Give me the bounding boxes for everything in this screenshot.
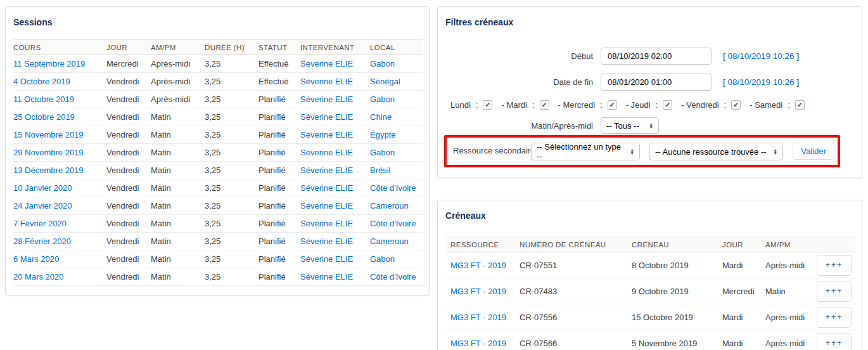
add-creneau-button[interactable]: +++ xyxy=(817,307,852,328)
creneaux-title: Créneaux xyxy=(445,211,486,221)
fin-input[interactable] xyxy=(601,74,712,91)
resource-type-select[interactable]: -- Sélectionnez un type -- ▲▼ xyxy=(531,143,640,160)
session-date-link[interactable]: 7 Février 2020 xyxy=(13,219,67,228)
day-filter: - Mardi : ✓ xyxy=(501,100,549,110)
session-row: 11 Septembre 2019 Mercredi Après-midi 3,… xyxy=(13,55,423,73)
session-duree: 3,25 xyxy=(205,215,258,233)
session-ampm: Après-midi xyxy=(151,91,205,108)
ressource-link[interactable]: MG3 FT - 2019 xyxy=(450,313,506,322)
session-date-link[interactable]: 28 Février 2020 xyxy=(13,237,71,246)
session-date-link[interactable]: 11 Septembre 2019 xyxy=(13,59,85,68)
intervenant-link[interactable]: Séverine ELIE xyxy=(300,254,353,264)
session-date-link[interactable]: 20 Mars 2020 xyxy=(13,272,64,282)
intervenant-link[interactable]: Séverine ELIE xyxy=(300,77,353,86)
session-row: 4 Octobre 2019 Vendredi Après-midi 3,25 … xyxy=(13,73,423,91)
local-link[interactable]: Égypte xyxy=(370,130,395,139)
day-checkbox[interactable]: ✓ xyxy=(483,100,492,110)
add-creneau-button[interactable]: +++ xyxy=(817,281,852,302)
session-jour: Vendredi xyxy=(106,233,151,250)
session-date-link[interactable]: 10 Janvier 2020 xyxy=(13,183,72,193)
intervenant-link[interactable]: Séverine ELIE xyxy=(300,59,353,68)
session-statut: Planifié xyxy=(258,144,300,162)
intervenant-link[interactable]: Séverine ELIE xyxy=(300,237,353,246)
debut-now-link[interactable]: 08/10/2019 10:26 xyxy=(728,51,795,61)
local-link[interactable]: Gabon xyxy=(370,148,395,157)
debut-input[interactable] xyxy=(601,48,712,65)
intervenant-link[interactable]: Séverine ELIE xyxy=(300,219,353,228)
local-link[interactable]: Côte d'Ivoire xyxy=(370,219,416,228)
session-row: 29 Novembre 2019 Vendredi Matin 3,25 Pla… xyxy=(13,144,423,162)
resource-select[interactable]: -- Aucune ressource trouvée -- ▲▼ xyxy=(649,143,783,160)
day-checkbox[interactable]: ✓ xyxy=(663,100,672,110)
day-checkbox[interactable]: ✓ xyxy=(608,100,617,110)
ressource-link[interactable]: MG3 FT - 2019 xyxy=(450,339,506,348)
session-statut: Planifié xyxy=(258,91,300,108)
intervenant-link[interactable]: Séverine ELIE xyxy=(300,165,353,175)
intervenant-link[interactable]: Séverine ELIE xyxy=(300,201,353,211)
local-link[interactable]: Gabon xyxy=(370,254,395,264)
session-row: 20 Mars 2020 Vendredi Matin 3,25 Planifi… xyxy=(13,268,423,286)
local-link[interactable]: Côte d'Ivoire xyxy=(370,183,416,193)
intervenant-link[interactable]: Séverine ELIE xyxy=(300,112,353,122)
day-checkbox[interactable]: ✓ xyxy=(731,100,741,110)
intervenant-link[interactable]: Séverine ELIE xyxy=(300,272,353,282)
col-jour: JOUR xyxy=(717,237,760,252)
day-label: - Samedi xyxy=(750,100,782,110)
session-ampm: Matin xyxy=(151,126,205,144)
session-duree: 3,25 xyxy=(205,268,258,286)
bracket-open: [ xyxy=(723,77,725,87)
session-date-link[interactable]: 6 Mars 2020 xyxy=(13,254,59,264)
intervenant-link[interactable]: Séverine ELIE xyxy=(300,130,353,139)
creneau-row: MG3 FT - 2019 CR-07483 9 Octobre 2019 Me… xyxy=(445,278,855,304)
session-row: 28 Février 2020 Vendredi Matin 3,25 Plan… xyxy=(13,233,423,250)
session-date-link[interactable]: 29 Novembre 2019 xyxy=(13,148,84,157)
session-duree: 3,25 xyxy=(205,179,258,197)
col-ressource: RESSOURCE xyxy=(445,237,514,252)
highlight-red-box: Ressource secondaire -- Sélectionnez un … xyxy=(444,135,840,167)
session-date-link[interactable]: 25 Octobre 2019 xyxy=(13,112,75,122)
session-row: 11 Octobre 2019 Vendredi Après-midi 3,25… xyxy=(13,91,423,108)
local-link[interactable]: Sénégal xyxy=(370,77,400,86)
local-link[interactable]: Chine xyxy=(370,112,392,122)
ressource-link[interactable]: MG3 FT - 2019 xyxy=(450,261,506,270)
local-link[interactable]: Côte d'Ivoire xyxy=(370,272,416,282)
day-label: - Mardi xyxy=(501,100,527,110)
session-date-link[interactable]: 24 Janvier 2020 xyxy=(13,201,72,211)
ressource-link[interactable]: MG3 FT - 2019 xyxy=(450,287,506,296)
session-statut: Planifié xyxy=(258,250,300,268)
filters-title: Filtres créneaux xyxy=(445,17,513,27)
session-statut: Planifié xyxy=(258,215,300,233)
session-ampm: Matin xyxy=(151,162,205,179)
session-jour: Vendredi xyxy=(106,197,151,215)
day-checkbox[interactable]: ✓ xyxy=(540,100,549,110)
day-checkbox[interactable]: ✓ xyxy=(795,100,805,110)
local-link[interactable]: Brésil xyxy=(370,165,391,175)
session-duree: 3,25 xyxy=(205,126,258,144)
day-filter: - Mercredi : ✓ xyxy=(558,100,617,110)
intervenant-link[interactable]: Séverine ELIE xyxy=(300,183,353,193)
add-creneau-button[interactable]: +++ xyxy=(817,255,852,276)
local-link[interactable]: Cameroun xyxy=(370,201,409,211)
ampm-select[interactable]: -- Tous -- ▲▼ xyxy=(601,117,659,134)
col-numero: NUMÉRO DE CRÉNEAU xyxy=(514,237,627,252)
local-link[interactable]: Gabon xyxy=(370,59,395,68)
intervenant-link[interactable]: Séverine ELIE xyxy=(300,94,353,104)
sessions-table: COURS JOUR AM/PM DURÉE (H) STATUT INTERV… xyxy=(13,39,423,286)
session-date-link[interactable]: 13 Décembre 2019 xyxy=(13,165,84,175)
creneau-numero: CR-07556 xyxy=(514,304,627,330)
day-label: - Mercredi xyxy=(558,100,596,110)
day-colon: : xyxy=(788,100,790,110)
creneau-jour: Mercredi xyxy=(717,278,760,304)
add-creneau-button[interactable]: +++ xyxy=(817,333,852,350)
creneau-date: 9 Octobre 2019 xyxy=(627,278,717,304)
fin-now-link[interactable]: 08/10/2019 10:26 xyxy=(728,77,795,87)
session-date-link[interactable]: 11 Octobre 2019 xyxy=(13,94,74,104)
local-link[interactable]: Gabon xyxy=(370,94,395,104)
col-jour: JOUR xyxy=(106,40,151,55)
session-date-link[interactable]: 4 Octobre 2019 xyxy=(13,77,70,86)
session-date-link[interactable]: 15 Novembre 2019 xyxy=(13,130,84,139)
session-statut: Planifié xyxy=(258,108,300,126)
local-link[interactable]: Cameroun xyxy=(370,237,409,246)
valider-button[interactable]: Valider xyxy=(793,143,834,160)
intervenant-link[interactable]: Séverine ELIE xyxy=(300,148,353,157)
